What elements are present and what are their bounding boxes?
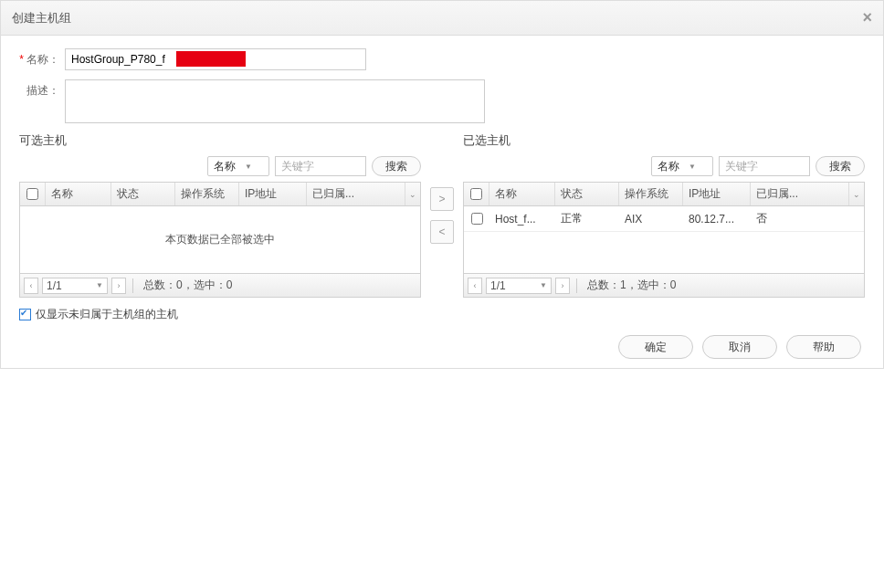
left-page-next-icon[interactable]: › [111,278,126,294]
filter-ungrouped-label: 仅显示未归属于主机组的主机 [36,307,178,322]
right-select-all-checkbox[interactable] [470,188,482,200]
left-search-button[interactable]: 搜索 [372,156,421,176]
desc-label: 描述： [19,79,65,101]
left-empty-message: 本页数据已全部被选中 [20,206,420,273]
right-keyword-input[interactable] [719,156,810,176]
dialog-header: 创建主机组 × [1,1,883,36]
col-grouped[interactable]: 已归属... [751,183,849,205]
left-select-all-checkbox[interactable] [26,188,38,200]
cell-ip: 80.12.7... [683,206,751,231]
available-hosts-title: 可选主机 [19,132,421,149]
left-footer-count: 总数：0，选中：0 [140,278,232,293]
col-os[interactable]: 操作系统 [175,183,239,205]
col-name[interactable]: 名称 [489,183,555,205]
left-search-field-select[interactable]: 名称 [207,156,269,176]
desc-textarea[interactable] [65,79,485,123]
right-table-header: 名称 状态 操作系统 IP地址 已归属... ⌄ [464,183,864,206]
ok-button[interactable]: 确定 [618,335,693,359]
right-footer-count: 总数：1，选中：0 [584,278,676,293]
cancel-button[interactable]: 取消 [702,335,777,359]
dialog-title: 创建主机组 [12,10,71,26]
cell-grouped: 否 [751,206,864,231]
right-page-select[interactable]: 1/1 [486,278,552,294]
row-checkbox[interactable] [471,213,483,225]
left-page-prev-icon[interactable]: ‹ [24,278,38,294]
cell-os: AIX [619,206,683,231]
col-ip[interactable]: IP地址 [239,183,307,205]
redacted-block [176,51,246,67]
close-icon[interactable]: × [862,8,872,27]
right-page-next-icon[interactable]: › [555,278,570,294]
col-os[interactable]: 操作系统 [619,183,683,205]
move-right-button[interactable]: > [430,187,454,211]
move-left-button[interactable]: < [430,220,454,244]
left-keyword-input[interactable] [275,156,366,176]
scroll-hint-icon: ⌄ [849,183,864,205]
col-ip[interactable]: IP地址 [683,183,751,205]
right-search-button[interactable]: 搜索 [816,156,865,176]
name-label: *名称： [19,48,65,70]
selected-hosts-title: 已选主机 [463,132,865,149]
right-page-prev-icon[interactable]: ‹ [468,278,482,294]
col-name[interactable]: 名称 [46,183,111,205]
left-table-header: 名称 状态 操作系统 IP地址 已归属... ⌄ [20,183,420,206]
col-grouped[interactable]: 已归属... [307,183,405,205]
help-button[interactable]: 帮助 [786,335,861,359]
cell-name: Host_f... [489,206,555,231]
cell-status: 正常 [555,206,619,231]
scroll-hint-icon: ⌄ [405,183,420,205]
left-page-select[interactable]: 1/1 [42,278,108,294]
col-status[interactable]: 状态 [111,183,175,205]
col-status[interactable]: 状态 [555,183,619,205]
table-row[interactable]: Host_f... 正常 AIX 80.12.7... 否 [464,206,864,232]
right-search-field-select[interactable]: 名称 [651,156,713,176]
filter-ungrouped-checkbox[interactable] [19,309,31,320]
